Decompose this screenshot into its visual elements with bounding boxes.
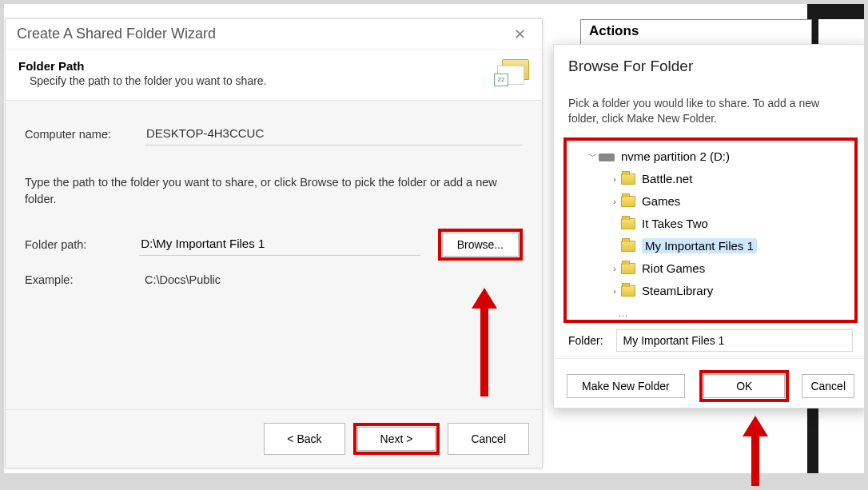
wizard-header: Folder Path Specify the path to the fold… [6,50,542,101]
tree-item-label: It Takes Two [642,217,708,230]
actions-title: Actions [589,23,803,39]
example-row: Example: C:\Docs\Public [25,273,523,286]
browse-button[interactable]: Browse... [442,233,519,257]
tree-item-label: SteamLibrary [642,284,713,297]
wizard-footer: < Back Next > Cancel [6,409,542,468]
ok-highlight: OK [699,370,789,402]
computer-name-label: Computer name: [25,128,145,141]
tree-item-label-selected: My Important Files 1 [642,238,757,253]
folder-path-label: Folder path: [25,238,139,251]
browse-folder-label: Folder: [568,334,603,347]
folder-icon [621,218,635,229]
chevron-right-icon[interactable]: › [608,174,621,184]
tree-item-label: Games [642,194,680,208]
chevron-right-icon[interactable]: › [608,286,621,296]
next-highlight: Next > [353,423,440,455]
actions-panel-header: Actions [580,19,812,46]
chevron-right-icon[interactable]: › [608,197,621,206]
chevron-down-icon[interactable]: ﹀ [586,150,599,162]
wizard-title: Create A Shared Folder Wizard [17,26,509,42]
tree-drive-row[interactable]: ﹀ nvme partition 2 (D:) [568,145,853,168]
tree-item-label: Battle.net [642,172,692,185]
wizard-titlebar: Create A Shared Folder Wizard ✕ [6,19,542,50]
tree-item-steamlibrary[interactable]: › SteamLibrary [568,280,853,302]
shared-folder-wizard-dialog: Create A Shared Folder Wizard ✕ Folder P… [5,18,543,468]
browse-for-folder-dialog: Browse For Folder Pick a folder you woul… [553,44,868,408]
folder-tree-highlight: ﹀ nvme partition 2 (D:) › Battle.net › G… [563,137,858,323]
computer-name-value: DESKTOP-4H3CCUC [145,123,523,145]
browse-cancel-button[interactable]: Cancel [802,374,854,398]
annotation-arrow-ok [743,416,768,490]
cancel-button[interactable]: Cancel [448,423,529,455]
example-label: Example: [25,273,145,286]
tree-item-label: Riot Games [642,261,705,275]
tree-item-battlenet[interactable]: › Battle.net [568,168,853,190]
back-button[interactable]: < Back [264,423,344,455]
make-new-folder-button[interactable]: Make New Folder [567,374,685,398]
browse-dialog-footer: Make New Folder OK Cancel [554,358,867,402]
folder-icon [621,263,635,274]
tree-item-riotgames[interactable]: › Riot Games [568,257,853,280]
wizard-instruction: Type the path to the folder you want to … [25,174,520,208]
next-button[interactable]: Next > [357,427,436,451]
folder-icon [621,241,635,252]
tree-item-truncated: … [568,302,853,323]
browse-folder-row: Folder: [554,326,867,358]
folder-path-input[interactable] [139,233,420,256]
drive-icon [599,153,615,161]
wizard-body: Computer name: DESKTOP-4H3CCUC Type the … [6,101,542,409]
computer-name-row: Computer name: DESKTOP-4H3CCUC [25,123,523,145]
chevron-right-icon[interactable]: › [608,264,621,273]
tree-drive-label: nvme partition 2 (D:) [621,149,730,163]
wizard-step-subtitle: Specify the path to the folder you want … [30,74,497,87]
ok-button[interactable]: OK [703,374,785,398]
browse-folder-input[interactable] [616,329,853,352]
background-bottom-strip [0,473,868,490]
folder-icon [621,285,635,297]
folder-tree[interactable]: ﹀ nvme partition 2 (D:) › Battle.net › G… [568,145,853,323]
close-icon[interactable]: ✕ [509,26,531,43]
browse-dialog-title: Browse For Folder [554,45,867,82]
folder-path-row: Folder path: Browse... [25,229,523,261]
tree-item-games[interactable]: › Games [568,190,853,213]
folder-icon [621,173,635,185]
folder-icon [621,196,635,207]
wizard-header-text: Folder Path Specify the path to the fold… [18,59,497,87]
annotation-arrow-browse [472,288,497,396]
browse-highlight: Browse... [438,229,523,261]
shared-folder-icon: 22 [497,59,529,85]
example-value: C:\Docs\Public [145,273,221,286]
tree-item-ittakestwo[interactable]: It Takes Two [568,213,853,235]
tree-item-myimportantfiles[interactable]: My Important Files 1 [568,235,853,257]
browse-dialog-instruction: Pick a folder you would like to share. T… [554,82,867,129]
wizard-step-title: Folder Path [18,59,497,73]
